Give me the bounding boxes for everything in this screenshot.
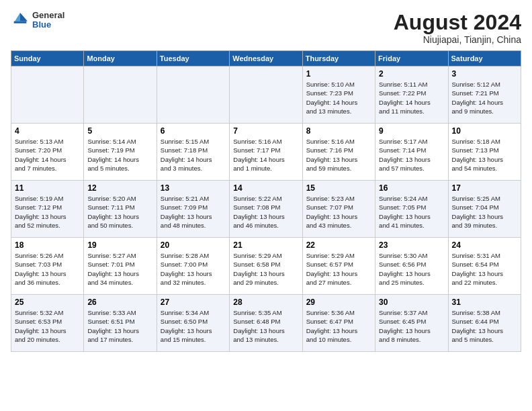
- day-info: Sunrise: 5:11 AM Sunset: 7:22 PM Dayligh…: [379, 80, 444, 116]
- day-info: Sunrise: 5:21 AM Sunset: 7:09 PM Dayligh…: [161, 194, 226, 230]
- calendar-cell: 14Sunrise: 5:22 AM Sunset: 7:08 PM Dayli…: [230, 181, 302, 238]
- day-info: Sunrise: 5:24 AM Sunset: 7:05 PM Dayligh…: [379, 194, 444, 230]
- day-info: Sunrise: 5:20 AM Sunset: 7:11 PM Dayligh…: [87, 194, 152, 230]
- day-info: Sunrise: 5:35 AM Sunset: 6:48 PM Dayligh…: [233, 308, 298, 344]
- day-info: Sunrise: 5:16 AM Sunset: 7:17 PM Dayligh…: [233, 137, 298, 173]
- calendar-cell: 30Sunrise: 5:37 AM Sunset: 6:45 PM Dayli…: [375, 295, 448, 352]
- calendar-cell: 8Sunrise: 5:16 AM Sunset: 7:16 PM Daylig…: [302, 124, 375, 181]
- calendar-cell: [11, 66, 84, 124]
- calendar-cell: 23Sunrise: 5:30 AM Sunset: 6:56 PM Dayli…: [375, 238, 448, 295]
- day-info: Sunrise: 5:33 AM Sunset: 6:51 PM Dayligh…: [87, 308, 152, 344]
- day-info: Sunrise: 5:26 AM Sunset: 7:03 PM Dayligh…: [15, 251, 80, 287]
- day-info: Sunrise: 5:25 AM Sunset: 7:04 PM Dayligh…: [452, 194, 517, 230]
- calendar-cell: 20Sunrise: 5:28 AM Sunset: 7:00 PM Dayli…: [157, 238, 229, 295]
- calendar-week-row: 25Sunrise: 5:32 AM Sunset: 6:53 PM Dayli…: [11, 295, 521, 352]
- day-number: 16: [379, 183, 444, 193]
- calendar-cell: 16Sunrise: 5:24 AM Sunset: 7:05 PM Dayli…: [375, 181, 448, 238]
- day-number: 4: [15, 126, 80, 136]
- day-number: 27: [161, 298, 226, 307]
- page-header: General Blue August 2024 Niujiapai, Tian…: [11, 11, 521, 45]
- day-info: Sunrise: 5:18 AM Sunset: 7:13 PM Dayligh…: [452, 137, 517, 173]
- day-number: 21: [233, 240, 298, 250]
- calendar-cell: 22Sunrise: 5:29 AM Sunset: 6:57 PM Dayli…: [302, 238, 375, 295]
- calendar-cell: 9Sunrise: 5:17 AM Sunset: 7:14 PM Daylig…: [375, 124, 448, 181]
- day-info: Sunrise: 5:19 AM Sunset: 7:12 PM Dayligh…: [15, 194, 80, 230]
- calendar-week-row: 18Sunrise: 5:26 AM Sunset: 7:03 PM Dayli…: [11, 238, 521, 295]
- calendar-cell: [84, 66, 157, 124]
- day-info: Sunrise: 5:27 AM Sunset: 7:01 PM Dayligh…: [87, 251, 152, 287]
- calendar-cell: 28Sunrise: 5:35 AM Sunset: 6:48 PM Dayli…: [230, 295, 302, 352]
- day-info: Sunrise: 5:32 AM Sunset: 6:53 PM Dayligh…: [15, 308, 80, 344]
- day-number: 20: [161, 240, 226, 250]
- logo-icon: [11, 11, 30, 30]
- day-number: 14: [233, 183, 298, 193]
- day-number: 13: [161, 183, 226, 193]
- calendar-cell: 17Sunrise: 5:25 AM Sunset: 7:04 PM Dayli…: [448, 181, 521, 238]
- day-info: Sunrise: 5:14 AM Sunset: 7:19 PM Dayligh…: [87, 137, 152, 173]
- calendar-cell: 21Sunrise: 5:29 AM Sunset: 6:58 PM Dayli…: [230, 238, 302, 295]
- day-info: Sunrise: 5:34 AM Sunset: 6:50 PM Dayligh…: [161, 308, 226, 344]
- calendar-cell: 31Sunrise: 5:38 AM Sunset: 6:44 PM Dayli…: [448, 295, 521, 352]
- day-info: Sunrise: 5:36 AM Sunset: 6:47 PM Dayligh…: [306, 308, 371, 344]
- day-info: Sunrise: 5:13 AM Sunset: 7:20 PM Dayligh…: [15, 137, 80, 173]
- calendar-cell: 6Sunrise: 5:15 AM Sunset: 7:18 PM Daylig…: [157, 124, 229, 181]
- calendar-cell: 5Sunrise: 5:14 AM Sunset: 7:19 PM Daylig…: [84, 124, 157, 181]
- calendar-week-row: 1Sunrise: 5:10 AM Sunset: 7:23 PM Daylig…: [11, 66, 521, 124]
- calendar-cell: 15Sunrise: 5:23 AM Sunset: 7:07 PM Dayli…: [302, 181, 375, 238]
- calendar-cell: 12Sunrise: 5:20 AM Sunset: 7:11 PM Dayli…: [84, 181, 157, 238]
- calendar-cell: 3Sunrise: 5:12 AM Sunset: 7:21 PM Daylig…: [448, 66, 521, 124]
- logo-line2: Blue: [32, 20, 64, 30]
- day-number: 28: [233, 298, 298, 307]
- svg-rect-3: [14, 21, 27, 24]
- day-number: 19: [87, 240, 152, 250]
- day-number: 8: [306, 126, 371, 136]
- calendar-cell: 24Sunrise: 5:31 AM Sunset: 6:54 PM Dayli…: [448, 238, 521, 295]
- day-info: Sunrise: 5:29 AM Sunset: 6:58 PM Dayligh…: [233, 251, 298, 287]
- day-number: 22: [306, 240, 371, 250]
- day-number: 11: [15, 183, 80, 193]
- day-info: Sunrise: 5:22 AM Sunset: 7:08 PM Dayligh…: [233, 194, 298, 230]
- calendar-cell: 26Sunrise: 5:33 AM Sunset: 6:51 PM Dayli…: [84, 295, 157, 352]
- logo: General Blue: [11, 11, 64, 30]
- calendar-cell: 4Sunrise: 5:13 AM Sunset: 7:20 PM Daylig…: [11, 124, 84, 181]
- calendar-cell: [230, 66, 302, 124]
- calendar-cell: 19Sunrise: 5:27 AM Sunset: 7:01 PM Dayli…: [84, 238, 157, 295]
- day-info: Sunrise: 5:38 AM Sunset: 6:44 PM Dayligh…: [452, 308, 517, 344]
- weekday-header: Tuesday: [157, 51, 229, 66]
- calendar-table: SundayMondayTuesdayWednesdayThursdayFrid…: [11, 50, 521, 352]
- day-number: 29: [306, 298, 371, 307]
- day-number: 12: [87, 183, 152, 193]
- day-number: 10: [452, 126, 517, 136]
- calendar-header-row: SundayMondayTuesdayWednesdayThursdayFrid…: [11, 51, 521, 66]
- day-info: Sunrise: 5:30 AM Sunset: 6:56 PM Dayligh…: [379, 251, 444, 287]
- day-number: 7: [233, 126, 298, 136]
- calendar-cell: 2Sunrise: 5:11 AM Sunset: 7:22 PM Daylig…: [375, 66, 448, 124]
- day-number: 3: [452, 69, 517, 79]
- day-info: Sunrise: 5:29 AM Sunset: 6:57 PM Dayligh…: [306, 251, 371, 287]
- calendar-week-row: 4Sunrise: 5:13 AM Sunset: 7:20 PM Daylig…: [11, 124, 521, 181]
- calendar-cell: 1Sunrise: 5:10 AM Sunset: 7:23 PM Daylig…: [302, 66, 375, 124]
- calendar-cell: 18Sunrise: 5:26 AM Sunset: 7:03 PM Dayli…: [11, 238, 84, 295]
- day-number: 5: [87, 126, 152, 136]
- calendar-cell: 7Sunrise: 5:16 AM Sunset: 7:17 PM Daylig…: [230, 124, 302, 181]
- weekday-header: Wednesday: [230, 51, 302, 66]
- calendar-cell: 25Sunrise: 5:32 AM Sunset: 6:53 PM Dayli…: [11, 295, 84, 352]
- calendar-cell: 13Sunrise: 5:21 AM Sunset: 7:09 PM Dayli…: [157, 181, 229, 238]
- day-info: Sunrise: 5:31 AM Sunset: 6:54 PM Dayligh…: [452, 251, 517, 287]
- day-number: 1: [306, 69, 371, 79]
- logo-text: General Blue: [32, 11, 64, 30]
- day-number: 26: [87, 298, 152, 307]
- day-number: 15: [306, 183, 371, 193]
- day-info: Sunrise: 5:10 AM Sunset: 7:23 PM Dayligh…: [306, 80, 371, 116]
- calendar-cell: [157, 66, 229, 124]
- weekday-header: Friday: [375, 51, 448, 66]
- day-number: 23: [379, 240, 444, 250]
- day-number: 9: [379, 126, 444, 136]
- location: Niujiapai, Tianjin, China: [394, 34, 521, 45]
- day-number: 31: [452, 298, 517, 307]
- title-block: August 2024 Niujiapai, Tianjin, China: [394, 11, 521, 45]
- calendar-cell: 10Sunrise: 5:18 AM Sunset: 7:13 PM Dayli…: [448, 124, 521, 181]
- day-number: 6: [161, 126, 226, 136]
- calendar-cell: 27Sunrise: 5:34 AM Sunset: 6:50 PM Dayli…: [157, 295, 229, 352]
- day-number: 25: [15, 298, 80, 307]
